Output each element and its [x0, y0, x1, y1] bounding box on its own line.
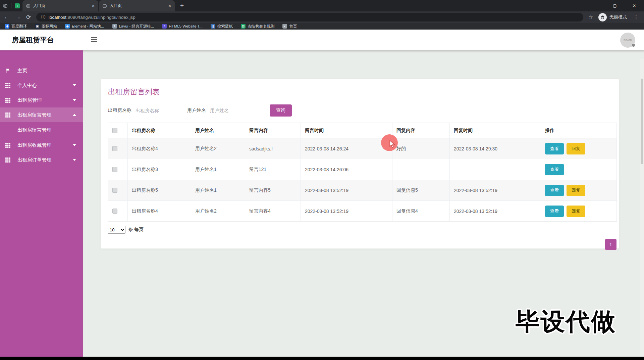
- sidebar-item-profile[interactable]: 个人中心: [0, 78, 83, 93]
- pinned-tabs: [0, 0, 22, 11]
- flag-icon: [5, 68, 11, 73]
- bookmark-label: 表结构命名规则: [248, 24, 275, 29]
- pagination-pages: 1: [108, 239, 616, 250]
- tab-title: 入口页: [33, 3, 89, 9]
- html5-template-icon: 5: [162, 24, 167, 29]
- browser-toolbar: ← → ⟳ ⓘ localhost:8080/fangwuzulinpingta…: [0, 11, 644, 23]
- house-name-input[interactable]: [136, 108, 175, 113]
- icon-site-icon: ▣: [35, 24, 40, 29]
- app-title: 房屋租赁平台: [12, 35, 54, 45]
- site-info-icon[interactable]: ⓘ: [41, 14, 46, 20]
- back-icon[interactable]: ←: [4, 14, 10, 20]
- cell-message-content: 留言内容5: [245, 180, 301, 201]
- reply-button[interactable]: 回复: [567, 185, 585, 196]
- hamburger-menu-icon[interactable]: [91, 37, 98, 43]
- page-1-button[interactable]: 1: [605, 239, 616, 250]
- tab-favicon-globe-icon: [26, 4, 31, 8]
- layui-icon: λ: [112, 24, 117, 29]
- grid-icon: [5, 97, 11, 103]
- view-button[interactable]: 查看: [545, 185, 564, 196]
- chevron-icon: [73, 84, 76, 86]
- bookmark-element-ui[interactable]: ◆ Element - 网站快...: [65, 24, 104, 29]
- sidebar-item-order-mgmt[interactable]: 出租房订单管理: [0, 152, 83, 167]
- forward-icon[interactable]: →: [15, 14, 21, 20]
- browser-tab-bar: 入口页 ✕ 入口页 ✕ + — ▢ ✕: [0, 0, 644, 11]
- column-header-0: 出租房名称: [128, 123, 191, 138]
- bookmark-html5-template[interactable]: 5 HTML5 Website T...: [162, 24, 203, 29]
- page: 房屋租赁平台 ROaRD 主页: [0, 30, 644, 357]
- address-bar[interactable]: ⓘ localhost:8080/fangwuzulinpingtai/inde…: [36, 13, 583, 21]
- bookmark-star-icon[interactable]: ☆: [589, 14, 593, 20]
- app-header: 房屋租赁平台 ROaRD: [0, 30, 644, 50]
- bookmark-layui[interactable]: λ Layui - 经典开源模...: [112, 24, 154, 29]
- reload-icon[interactable]: ⟳: [26, 14, 31, 21]
- view-button[interactable]: 查看: [545, 164, 564, 175]
- sheets-pinned-tab-icon[interactable]: [15, 3, 20, 8]
- user-name-input[interactable]: [210, 108, 250, 113]
- avatar[interactable]: ROaRD: [620, 33, 635, 48]
- cell-message-content: 留言内容4: [245, 201, 301, 222]
- bookmark-home[interactable]: ◐ 首页: [282, 24, 297, 29]
- browser-menu-icon[interactable]: ⋮: [632, 14, 640, 20]
- page-size-select[interactable]: 10: [108, 226, 125, 234]
- column-header-2: 留言内容: [245, 123, 301, 138]
- bookmark-table-naming-rules[interactable]: ▤ 表结构命名规则: [241, 24, 275, 29]
- bookmark-label: Element - 网站快...: [72, 24, 104, 29]
- column-header-1: 用户姓名: [191, 123, 245, 138]
- bookmark-icon-site[interactable]: ▣ 图标网站: [35, 24, 57, 29]
- tab-close-icon[interactable]: ✕: [92, 4, 95, 8]
- window-minimize-icon[interactable]: —: [586, 0, 605, 11]
- sidebar-item-message-mgmt[interactable]: 出租房留言管理: [0, 107, 83, 122]
- cell-user-name: 用户姓名2: [191, 138, 245, 159]
- bookmark-label: 图标网站: [42, 24, 57, 29]
- scrollbar-thumb[interactable]: [641, 79, 643, 164]
- window-maximize-icon[interactable]: ▢: [605, 0, 625, 11]
- bookmark-baidu-translate[interactable]: 译 百度翻译: [5, 24, 27, 29]
- sidebar-subitem-message-mgmt[interactable]: 出租房留言管理: [0, 122, 83, 138]
- cell-house-name: 出租房名称4: [128, 201, 191, 222]
- column-header-5: 回复时间: [450, 123, 541, 138]
- incognito-label: 无痕模式: [609, 14, 627, 20]
- cell-message-content: 留言121: [245, 159, 301, 180]
- row-checkbox[interactable]: [112, 188, 117, 193]
- home-icon: ◐: [282, 24, 287, 29]
- view-button[interactable]: 查看: [545, 143, 564, 154]
- sidebar-group: 出租房留言管理 出租房留言管理: [0, 107, 83, 138]
- reply-button[interactable]: 回复: [567, 143, 585, 154]
- cell-reply-time: 2022-03-08 14:29:30: [450, 138, 541, 159]
- table-naming-rules-icon: ▤: [241, 24, 246, 29]
- sidebar-item-house-mgmt[interactable]: 出租房管理: [0, 93, 83, 107]
- chevron-icon: [73, 144, 76, 146]
- tab-title: 入口页: [110, 3, 165, 9]
- row-actions: 查看回复: [545, 206, 612, 217]
- watermark: 毕设代做: [516, 306, 616, 338]
- window-close-icon[interactable]: ✕: [625, 0, 644, 11]
- sidebar-item-home[interactable]: 主页: [0, 63, 83, 78]
- browser-tab[interactable]: 入口页 ✕: [99, 0, 175, 11]
- sidebar-item-favorite-mgmt[interactable]: 出租房收藏管理: [0, 138, 83, 152]
- new-tab-button[interactable]: +: [175, 2, 189, 11]
- view-button[interactable]: 查看: [545, 206, 564, 217]
- cell-house-name: 出租房名称4: [128, 138, 191, 159]
- filter-label: 用户姓名: [187, 107, 206, 114]
- tab-close-icon[interactable]: ✕: [168, 4, 171, 8]
- reply-button[interactable]: 回复: [567, 206, 585, 217]
- row-checkbox[interactable]: [112, 167, 117, 172]
- select-all-checkbox[interactable]: [112, 128, 117, 133]
- row-checkbox[interactable]: [112, 209, 117, 214]
- chevron-icon: [73, 99, 76, 101]
- filter-item: 用户姓名: [187, 107, 262, 114]
- search-button[interactable]: 查询: [270, 104, 292, 117]
- globe-icon[interactable]: [3, 3, 8, 8]
- page-size-suffix: 条 每页: [128, 227, 144, 233]
- tab-favicon-globe-icon: [102, 4, 107, 8]
- browser-tab[interactable]: 入口页 ✕: [22, 0, 98, 11]
- row-checkbox[interactable]: [112, 146, 117, 151]
- cell-house-name: 出租房名称5: [128, 180, 191, 201]
- cell-reply-content: 回复信息5: [392, 180, 450, 201]
- sidebar-item-label: 出租房订单管理: [17, 157, 52, 163]
- table-row: 出租房名称5 用户姓名1 留言内容5 2022-03-08 13:52:19 回…: [108, 180, 617, 201]
- filter-row: 出租房名称 用户姓名 查询: [108, 104, 616, 117]
- bookmark-wallpaper-search[interactable]: ∥ 搜索壁纸: [211, 24, 233, 29]
- row-actions: 查看回复: [545, 143, 612, 154]
